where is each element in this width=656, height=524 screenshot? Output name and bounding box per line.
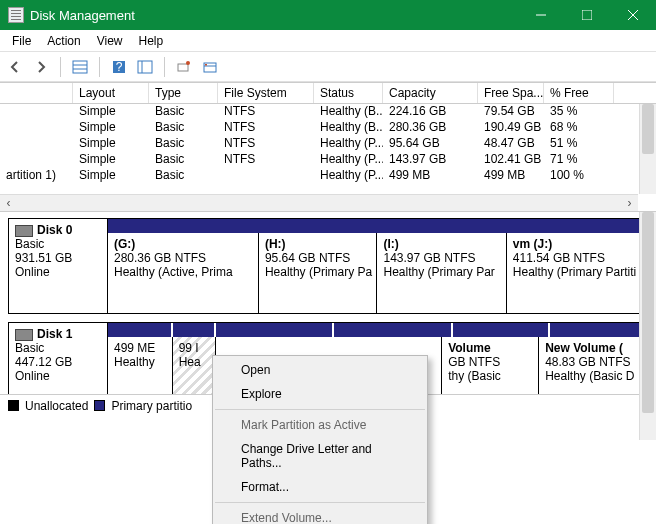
svg-rect-0 <box>582 10 592 20</box>
volume-row[interactable]: SimpleBasicNTFSHealthy (P...95.64 GB48.4… <box>0 136 656 152</box>
disk-icon <box>15 329 33 341</box>
svg-text:?: ? <box>116 60 123 74</box>
list-view-icon[interactable] <box>134 56 156 78</box>
ctx-mark-active[interactable]: Mark Partition as Active <box>213 413 427 437</box>
disk-info-0[interactable]: Disk 0 Basic 931.51 GB Online <box>8 218 108 314</box>
volume-row[interactable]: artition 1)SimpleBasicHealthy (P...499 M… <box>0 168 656 184</box>
legend-swatch-primary <box>94 400 105 411</box>
col-volume[interactable] <box>0 83 73 103</box>
ctx-extend[interactable]: Extend Volume... <box>213 506 427 524</box>
forward-button[interactable] <box>30 56 52 78</box>
legend-swatch-unallocated <box>8 400 19 411</box>
partition[interactable]: 499 MEHealthy <box>108 337 173 401</box>
settings-icon[interactable] <box>173 56 195 78</box>
partition[interactable]: VolumeGB NTFSthy (Basic <box>442 337 539 401</box>
legend-label-unallocated: Unallocated <box>25 399 88 413</box>
volume-hscroll[interactable]: ‹ › <box>0 194 638 211</box>
svg-point-9 <box>186 61 190 65</box>
col-type[interactable]: Type <box>149 83 218 103</box>
scroll-right-icon[interactable]: › <box>621 195 638 212</box>
menu-help[interactable]: Help <box>131 32 172 50</box>
ctx-explore[interactable]: Explore <box>213 382 427 406</box>
volume-row[interactable]: SimpleBasicNTFSHealthy (B...280.36 GB190… <box>0 120 656 136</box>
disk-state: Online <box>15 265 101 279</box>
ctx-format[interactable]: Format... <box>213 475 427 499</box>
disk-map-0: (G:)280.36 GB NTFSHealthy (Active, Prima… <box>108 218 648 314</box>
menu-file[interactable]: File <box>4 32 39 50</box>
partition[interactable]: vm (J:)411.54 GB NTFSHealthy (Primary Pa… <box>507 233 647 313</box>
diskpane-vscroll[interactable] <box>639 212 656 440</box>
col-pct[interactable]: % Free <box>544 83 614 103</box>
toolbar: ? <box>0 52 656 82</box>
col-status[interactable]: Status <box>314 83 383 103</box>
properties-icon[interactable] <box>199 56 221 78</box>
context-menu: Open Explore Mark Partition as Active Ch… <box>212 355 428 524</box>
menu-action[interactable]: Action <box>39 32 88 50</box>
table-view-icon[interactable] <box>69 56 91 78</box>
disk-type: Basic <box>15 237 101 251</box>
partition[interactable]: New Volume (48.83 GB NTFSHealthy (Basic … <box>539 337 647 401</box>
legend-label-primary: Primary partitio <box>111 399 192 413</box>
volume-list: Layout Type File System Status Capacity … <box>0 82 656 212</box>
app-icon <box>8 7 24 23</box>
col-layout[interactable]: Layout <box>73 83 149 103</box>
disk-state: Online <box>15 369 101 383</box>
partition[interactable]: (I:)143.97 GB NTFSHealthy (Primary Par <box>377 233 506 313</box>
partition[interactable]: 99 IHea <box>173 337 216 401</box>
col-filesystem[interactable]: File System <box>218 83 314 103</box>
back-button[interactable] <box>4 56 26 78</box>
svg-rect-1 <box>73 61 87 73</box>
svg-rect-6 <box>138 61 152 73</box>
maximize-button[interactable] <box>564 0 610 30</box>
menu-view[interactable]: View <box>89 32 131 50</box>
disk-size: 931.51 GB <box>15 251 101 265</box>
disk-info-1[interactable]: Disk 1 Basic 447.12 GB Online <box>8 322 108 402</box>
disk-title: Disk 1 <box>37 327 72 341</box>
svg-rect-8 <box>178 64 188 71</box>
disk-icon <box>15 225 33 237</box>
svg-rect-12 <box>205 64 207 66</box>
disk-row-0: Disk 0 Basic 931.51 GB Online (G:)280.36… <box>8 218 648 314</box>
ctx-change-letter[interactable]: Change Drive Letter and Paths... <box>213 437 427 475</box>
volume-row[interactable]: SimpleBasicNTFSHealthy (P...143.97 GB102… <box>0 152 656 168</box>
col-free[interactable]: Free Spa... <box>478 83 544 103</box>
disk-title: Disk 0 <box>37 223 72 237</box>
disk-size: 447.12 GB <box>15 355 101 369</box>
minimize-button[interactable] <box>518 0 564 30</box>
partition[interactable]: (G:)280.36 GB NTFSHealthy (Active, Prima <box>108 233 259 313</box>
disk-type: Basic <box>15 341 101 355</box>
partition[interactable]: (H:)95.64 GB NTFSHealthy (Primary Pa <box>259 233 378 313</box>
menubar: File Action View Help <box>0 30 656 52</box>
titlebar[interactable]: Disk Management <box>0 0 656 30</box>
scroll-left-icon[interactable]: ‹ <box>0 195 17 212</box>
col-capacity[interactable]: Capacity <box>383 83 478 103</box>
close-button[interactable] <box>610 0 656 30</box>
volume-row[interactable]: SimpleBasicNTFSHealthy (B...224.16 GB79.… <box>0 104 656 120</box>
help-icon[interactable]: ? <box>108 56 130 78</box>
ctx-open[interactable]: Open <box>213 358 427 382</box>
window-title: Disk Management <box>30 8 518 23</box>
volume-header: Layout Type File System Status Capacity … <box>0 82 656 104</box>
volume-vscroll[interactable] <box>639 104 656 194</box>
